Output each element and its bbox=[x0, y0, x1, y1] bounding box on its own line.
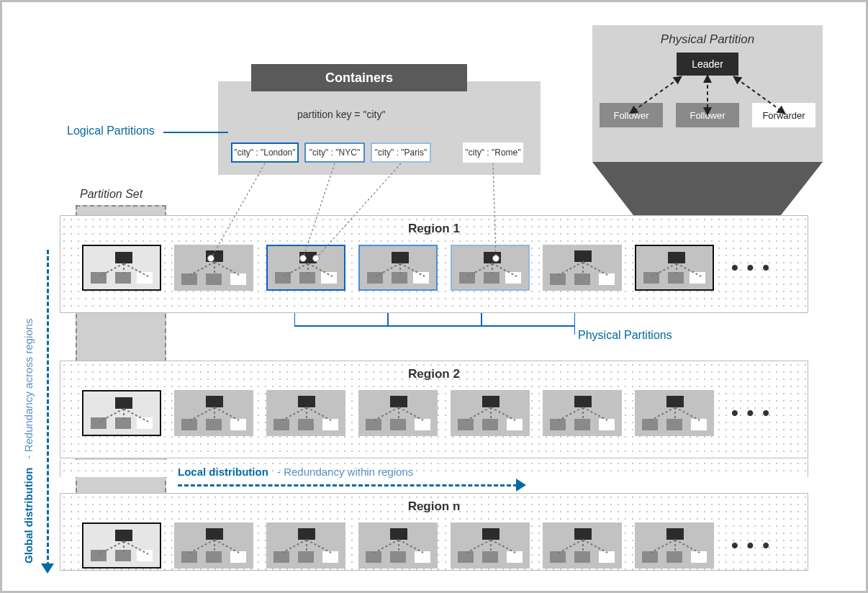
diagram-canvas: Containers partition key = "city" Logica… bbox=[0, 0, 868, 593]
physical-partition-glyph bbox=[451, 522, 530, 569]
follower-node-2: Follower bbox=[676, 103, 739, 127]
physical-partition-glyph-hl bbox=[266, 245, 345, 291]
logical-partition-rome: "city" : "Rome" bbox=[463, 142, 523, 163]
physical-partitions-label: Physical Partitions bbox=[578, 329, 672, 342]
physical-partition-glyph-hl bbox=[358, 245, 438, 291]
region-2: Region 2 • • • bbox=[60, 361, 808, 458]
global-distribution-line bbox=[47, 250, 49, 566]
physical-partition-callout: Physical Partition Leader Follower Follo… bbox=[592, 25, 823, 162]
global-distribution-title: Global distribution bbox=[22, 468, 35, 563]
ellipsis-icon: • • • bbox=[727, 402, 771, 425]
physical-partition-glyph bbox=[266, 522, 345, 569]
physical-partition-glyph bbox=[543, 245, 622, 291]
local-distribution-line bbox=[178, 484, 517, 486]
mapping-endpoint-dot bbox=[492, 255, 499, 262]
physical-partition-glyph bbox=[174, 245, 253, 291]
local-distribution-subtitle: - Redundancy within regions bbox=[277, 466, 413, 478]
region-n-title: Region n bbox=[60, 499, 808, 514]
region-1-title: Region 1 bbox=[60, 222, 808, 236]
region-n: Region n • • • bbox=[60, 493, 808, 571]
mapping-endpoint-dot bbox=[207, 255, 214, 262]
physical-partition-glyph bbox=[82, 522, 161, 569]
logical-partition-london: "city" : "London" bbox=[231, 142, 299, 163]
containers-title: Containers bbox=[251, 64, 467, 91]
physical-partition-glyph bbox=[266, 390, 345, 436]
ellipsis-icon: • • • bbox=[727, 256, 771, 279]
physical-partition-glyph bbox=[635, 522, 714, 569]
global-distribution-label: Global distribution - Redundancy across … bbox=[22, 318, 35, 563]
physical-partition-callout-title: Physical Partition bbox=[600, 32, 815, 47]
leader-node: Leader bbox=[677, 53, 738, 76]
logical-partition-nyc: "city" : "NYC" bbox=[304, 142, 365, 163]
ellipsis-icon: • • • bbox=[727, 534, 771, 557]
physical-partition-glyph bbox=[543, 390, 622, 436]
physical-partition-glyph-hl bbox=[451, 245, 530, 291]
follower-node-1: Follower bbox=[600, 103, 663, 127]
region-2-title: Region 2 bbox=[60, 367, 808, 381]
physical-partition-glyph-callout-source bbox=[635, 245, 714, 291]
physical-partition-glyph bbox=[358, 522, 438, 569]
physical-partition-glyph bbox=[543, 522, 622, 569]
physical-partition-glyph bbox=[82, 390, 161, 436]
physical-partition-glyph bbox=[358, 390, 438, 436]
region-1: Region 1 • • • bbox=[60, 215, 808, 313]
physical-partition-glyph bbox=[82, 245, 161, 291]
local-arrow-icon bbox=[516, 479, 526, 492]
mapping-endpoint-dot bbox=[299, 255, 307, 262]
physical-partition-glyph bbox=[174, 522, 253, 569]
physical-partition-glyph bbox=[174, 390, 253, 436]
partition-key-text: partition key = "city" bbox=[297, 109, 385, 120]
logical-partitions-leader-line bbox=[163, 132, 228, 133]
global-distribution-subtitle: - Redundancy across regions bbox=[22, 318, 35, 458]
mapping-endpoint-dot bbox=[312, 255, 320, 262]
physical-partition-glyph bbox=[451, 390, 530, 436]
global-arrow-icon bbox=[41, 563, 54, 574]
region-gap bbox=[60, 460, 808, 477]
local-distribution-title: Local distribution bbox=[178, 466, 268, 478]
local-distribution-label: Local distribution - Redundancy within r… bbox=[178, 466, 413, 478]
forwarder-node: Forwarder bbox=[752, 103, 815, 127]
physical-partitions-bracket bbox=[294, 313, 575, 342]
logical-partition-paris: "city" : "Paris" bbox=[371, 142, 431, 163]
physical-partition-glyph bbox=[635, 390, 714, 436]
logical-partitions-label: Logical Partitions bbox=[67, 125, 155, 137]
partition-set-label: Partition Set bbox=[80, 188, 143, 201]
